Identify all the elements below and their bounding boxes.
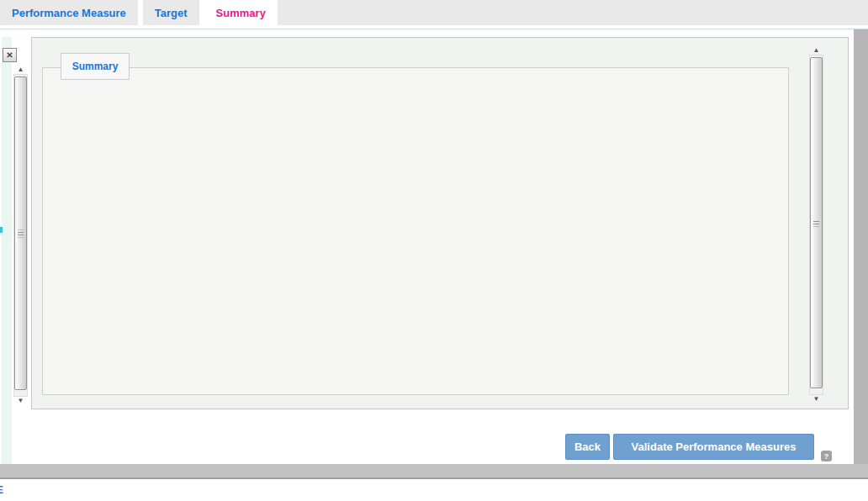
left-scrollbar[interactable]: ▲ ▼ xyxy=(13,66,28,405)
clipped-link-fragment xyxy=(0,227,3,233)
close-button[interactable]: ✕ xyxy=(3,48,17,62)
tab-summary-inner[interactable]: Summary xyxy=(61,53,130,80)
right-scrollbar-thumb[interactable] xyxy=(810,57,823,388)
scroll-up-icon[interactable]: ▲ xyxy=(13,66,28,74)
top-tab-bar: Performance MeasureTargetSummary xyxy=(0,0,868,25)
right-scrollbar[interactable]: ▲ ▼ xyxy=(809,46,823,403)
window-right-edge xyxy=(854,29,868,477)
left-panel-edge xyxy=(2,37,12,464)
left-scrollbar-thumb[interactable] xyxy=(14,76,27,390)
back-button[interactable]: Back xyxy=(565,434,610,460)
left-scrollbar-track[interactable] xyxy=(13,74,28,397)
header-divider xyxy=(0,29,868,29)
summary-panel xyxy=(42,67,789,395)
scroll-down-icon[interactable]: ▼ xyxy=(809,395,823,403)
tab-bar-filler xyxy=(278,0,868,25)
scrollbar-grip-icon xyxy=(813,219,819,227)
bottom-strip xyxy=(0,477,868,501)
clipped-text-fragment: E xyxy=(0,484,3,496)
scroll-down-icon[interactable]: ▼ xyxy=(13,397,28,405)
scrollbar-grip-icon xyxy=(18,229,24,237)
tab-target[interactable]: Target xyxy=(143,0,199,25)
tab-summary[interactable]: Summary xyxy=(204,0,278,25)
bottom-gray-band xyxy=(0,464,868,477)
right-scrollbar-track[interactable] xyxy=(809,55,823,395)
close-icon: ✕ xyxy=(6,50,13,60)
help-icon[interactable]: ? xyxy=(821,451,832,461)
scroll-up-icon[interactable]: ▲ xyxy=(809,46,823,55)
tab-performance-measure[interactable]: Performance Measure xyxy=(0,0,138,25)
validate-performance-measures-button[interactable]: Validate Performance Measures xyxy=(613,434,814,460)
